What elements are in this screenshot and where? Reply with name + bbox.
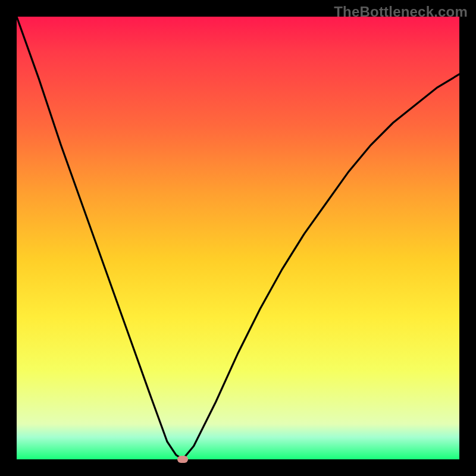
watermark-text: TheBottleneck.com (334, 4, 468, 20)
optimal-point-marker (177, 456, 188, 463)
plot-area (17, 17, 459, 459)
chart-frame: TheBottleneck.com (0, 0, 476, 476)
bottleneck-curve (17, 17, 459, 459)
curve-svg (17, 17, 459, 459)
